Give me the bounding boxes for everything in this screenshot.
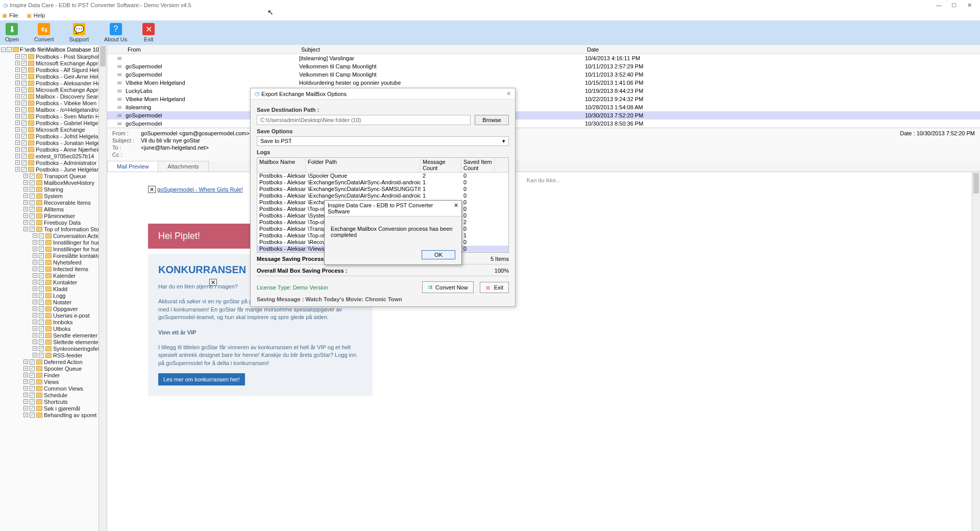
- msgbox-close-icon[interactable]: ✕: [454, 202, 458, 214]
- checkbox[interactable]: ✓: [21, 107, 27, 112]
- expand-icon[interactable]: +: [33, 260, 37, 264]
- minimize-button[interactable]: —: [931, 2, 946, 8]
- table-row[interactable]: ✉Vibeke Moen Helgeland 10/22/2013 9:24:3…: [107, 95, 980, 103]
- checkbox[interactable]: ✓: [30, 180, 35, 185]
- col-subject[interactable]: Subject: [301, 46, 587, 53]
- expand-icon[interactable]: +: [23, 213, 28, 218]
- tree-item[interactable]: +✓Schedule: [1, 392, 106, 398]
- checkbox[interactable]: ✓: [21, 67, 27, 73]
- tree-item[interactable]: +✓Søk i gjøremål: [1, 405, 106, 412]
- dialog-exit-button[interactable]: ⦻Exit: [480, 282, 509, 293]
- tree-item[interactable]: +✓Postboks - June Helgeland: [1, 166, 106, 173]
- checkbox[interactable]: ✓: [30, 207, 35, 212]
- tree-item[interactable]: +✓Innstillinger for hurtigtrinn: [1, 246, 106, 252]
- dialog-close-icon[interactable]: ✕: [506, 90, 511, 97]
- tree-item[interactable]: +✓Sendte elementer: [1, 332, 106, 339]
- checkbox[interactable]: ✓: [21, 74, 27, 79]
- expand-icon[interactable]: +: [33, 306, 37, 311]
- checkbox[interactable]: ✓: [21, 87, 27, 92]
- tree-item[interactable]: +✓Kladd: [1, 285, 106, 292]
- expand-icon[interactable]: +: [15, 54, 20, 59]
- expand-icon[interactable]: +: [33, 293, 37, 298]
- tree-item[interactable]: +✓Mailbox - Discovery Search Mailbo: [1, 93, 106, 100]
- expand-icon[interactable]: +: [23, 227, 28, 231]
- expand-icon[interactable]: +: [23, 220, 28, 225]
- tree-scrollbar[interactable]: [99, 45, 107, 531]
- checkbox[interactable]: ✓: [21, 140, 27, 146]
- tree-item[interactable]: +✓Views: [1, 378, 106, 385]
- tree-item[interactable]: +✓Postboks - Aleksander Helgeland: [1, 80, 106, 86]
- expand-icon[interactable]: +: [15, 81, 20, 85]
- expand-icon[interactable]: +: [15, 154, 20, 158]
- checkbox[interactable]: ✓: [30, 213, 35, 219]
- checkbox[interactable]: ✓: [39, 280, 44, 285]
- expand-icon[interactable]: +: [23, 406, 28, 411]
- tree-item[interactable]: +✓Infected Items: [1, 266, 106, 272]
- tree-item[interactable]: +✓extest_9705ec0257b14: [1, 153, 106, 159]
- tree-item[interactable]: +✓MailboxMoveHistory: [1, 179, 106, 186]
- checkbox[interactable]: ✓: [21, 134, 27, 139]
- menu-file[interactable]: ▣File: [2, 12, 18, 19]
- checkbox[interactable]: ✓: [21, 101, 27, 106]
- checkbox[interactable]: ✓: [39, 320, 44, 325]
- checkbox[interactable]: ✓: [7, 47, 12, 52]
- tree-item[interactable]: +✓Postboks - Vibeke Moen Helgeland: [1, 100, 106, 106]
- expand-icon[interactable]: +: [15, 167, 20, 172]
- tree-item[interactable]: +✓Shortcuts: [1, 398, 106, 405]
- expand-icon[interactable]: +: [15, 140, 20, 145]
- checkbox[interactable]: ✓: [21, 147, 27, 152]
- convert-now-button[interactable]: ⇉Convert Now: [422, 281, 474, 293]
- col-date[interactable]: Date: [587, 46, 980, 53]
- expand-icon[interactable]: +: [33, 267, 37, 271]
- convert-button[interactable]: ⇆Convert: [34, 23, 54, 42]
- expand-icon[interactable]: +: [15, 107, 20, 112]
- save-options-select[interactable]: Save to PST▾: [257, 136, 509, 146]
- table-row[interactable]: ✉[itslearning] Varslingar10/4/2013 4:16:…: [107, 54, 980, 62]
- exit-button[interactable]: ✕Exit: [142, 23, 155, 42]
- expand-icon[interactable]: +: [15, 87, 20, 92]
- tree-item[interactable]: +✓Top of Information Store: [1, 226, 106, 232]
- tab-mail-preview[interactable]: Mail Preview: [107, 161, 158, 172]
- tree-item[interactable]: +✓Microsoft Exchange Approval Assis: [1, 86, 106, 93]
- tree-item[interactable]: +✓Deferred Action: [1, 358, 106, 365]
- checkbox[interactable]: ✓: [30, 220, 35, 225]
- checkbox[interactable]: ✓: [30, 194, 35, 199]
- log-row[interactable]: Postboks - Aleksande...\ExchangeSyncData…: [257, 186, 508, 192]
- checkbox[interactable]: ✓: [21, 114, 27, 119]
- checkbox[interactable]: ✓: [39, 346, 44, 351]
- save-path-input[interactable]: C:\Users\admin\Desktop\New folder (10): [257, 115, 471, 125]
- expand-icon[interactable]: +: [33, 300, 37, 304]
- col-from[interactable]: From: [128, 46, 301, 53]
- tree-item[interactable]: +✓System: [1, 192, 106, 199]
- expand-icon[interactable]: +: [23, 200, 28, 205]
- expand-icon[interactable]: +: [23, 373, 28, 377]
- log-row[interactable]: Postboks - Aleksande...\Spooler Queue20: [257, 173, 508, 179]
- checkbox[interactable]: ✓: [39, 293, 44, 298]
- tree-item[interactable]: +✓Foreslåtte kontakter: [1, 252, 106, 259]
- expand-icon[interactable]: +: [23, 386, 28, 391]
- tree-item[interactable]: +✓Postboks - Gabriel Helgeland: [1, 119, 106, 126]
- table-row[interactable]: ✉Vibeke Moen Helgeland Holdvurdering hes…: [107, 79, 980, 87]
- about-button[interactable]: ?About Us: [104, 23, 127, 42]
- tree-item[interactable]: +✓Conversation Action Settin: [1, 232, 106, 239]
- checkbox[interactable]: ✓: [21, 61, 27, 66]
- checkbox[interactable]: ✓: [39, 326, 44, 331]
- expand-icon[interactable]: +: [15, 67, 20, 72]
- expand-icon[interactable]: +: [23, 207, 28, 211]
- expand-icon[interactable]: +: [33, 346, 37, 351]
- checkbox[interactable]: ✓: [30, 393, 35, 398]
- tree-item[interactable]: +✓Microsoft Exchange: [1, 126, 106, 133]
- checkbox[interactable]: ✓: [21, 167, 27, 172]
- tree-item[interactable]: +✓Postboks - Geir-Arne Helgeland: [1, 73, 106, 80]
- support-button[interactable]: 💬Support: [69, 23, 89, 42]
- tree-item[interactable]: +✓Behandling av sporet e-post: [1, 412, 106, 418]
- expand-icon[interactable]: +: [15, 127, 20, 132]
- tree-item[interactable]: +✓Utboks: [1, 325, 106, 332]
- tree-item[interactable]: +✓Kontakter: [1, 279, 106, 285]
- expand-icon[interactable]: +: [23, 187, 28, 191]
- expand-icon[interactable]: +: [15, 101, 20, 105]
- message-grid[interactable]: ✉[itslearning] Varslingar10/4/2013 4:16:…: [107, 54, 980, 128]
- checkbox[interactable]: ✓: [39, 306, 44, 311]
- expand-icon[interactable]: +: [23, 399, 28, 404]
- table-row[interactable]: ✉goSupermodel 10/30/2013 7:52:20 PM: [107, 111, 980, 119]
